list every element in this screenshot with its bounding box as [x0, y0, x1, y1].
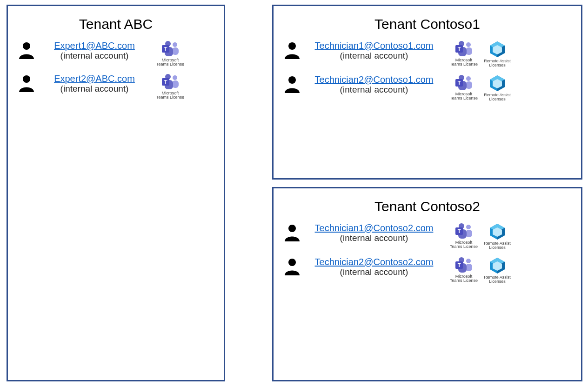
license-label: Microsoft Teams License	[449, 240, 478, 249]
remote-assist-license: Remote Assist Licenses	[483, 40, 512, 68]
svg-point-49	[466, 259, 471, 263]
tenant-abc-box: Tenant ABC Expert1@ABC.com (internal acc…	[7, 5, 225, 381]
svg-rect-10	[172, 80, 179, 88]
svg-point-0	[23, 42, 30, 50]
teams-icon: T	[454, 74, 473, 91]
user-account-type: (internal account)	[60, 84, 129, 94]
svg-rect-39	[466, 230, 472, 237]
teams-license: T Microsoft Teams License	[156, 40, 185, 67]
svg-point-25	[288, 76, 296, 84]
tenant-title: Tenant Contoso2	[282, 199, 573, 214]
teams-license: T Microsoft Teams License	[156, 73, 185, 100]
teams-license: T Microsoft Teams License	[449, 74, 478, 101]
user-row: Expert2@ABC.com (internal account) T	[16, 73, 215, 100]
person-icon	[282, 258, 302, 275]
user-account-type: (internal account)	[340, 233, 408, 243]
user-account-type: (internal account)	[340, 85, 408, 95]
person-icon	[282, 224, 302, 241]
user-email-link[interactable]: Technician1@Contoso2.com	[315, 223, 434, 234]
user-account-type: (internal account)	[340, 267, 408, 277]
teams-icon: T	[161, 73, 180, 90]
svg-point-27	[466, 76, 471, 81]
license-label: Microsoft Teams License	[449, 58, 478, 67]
svg-point-47	[288, 259, 296, 266]
svg-rect-50	[466, 264, 472, 271]
license-label: Remote Assist Licenses	[483, 275, 512, 284]
hexagon-icon	[488, 257, 507, 274]
svg-point-14	[288, 42, 296, 50]
user-account-type: (internal account)	[340, 51, 408, 61]
teams-license: T Microsoft Teams License	[449, 40, 478, 67]
user-email-link[interactable]: Expert1@ABC.com	[54, 40, 135, 51]
license-label: Remote Assist Licenses	[483, 241, 512, 250]
user-row: Technician2@Contoso1.com (internal accou…	[282, 74, 573, 102]
svg-text:T: T	[164, 46, 167, 52]
hexagon-icon	[488, 40, 507, 58]
user-email-link[interactable]: Technician1@Contoso1.com	[315, 40, 434, 51]
svg-rect-28	[466, 81, 472, 89]
svg-point-2	[173, 42, 177, 47]
svg-point-36	[288, 225, 296, 232]
tenant-contoso2-box: Tenant Contoso2 Technician1@Contoso2.com…	[272, 187, 582, 381]
license-label: Remote Assist Licenses	[483, 59, 512, 68]
person-icon	[282, 75, 302, 93]
remote-assist-license: Remote Assist Licenses	[483, 74, 512, 102]
teams-icon: T	[454, 257, 473, 274]
user-row: Technician1@Contoso1.com (internal accou…	[282, 40, 573, 68]
svg-point-16	[466, 42, 471, 47]
remote-assist-license: Remote Assist Licenses	[483, 223, 512, 250]
tenant-title: Tenant ABC	[16, 16, 215, 32]
user-row: Technician2@Contoso2.com (internal accou…	[282, 257, 573, 284]
svg-rect-17	[466, 47, 472, 55]
license-label: Microsoft Teams License	[156, 91, 185, 100]
svg-point-38	[466, 225, 471, 229]
teams-icon: T	[454, 223, 473, 240]
svg-point-9	[173, 75, 177, 80]
license-label: Microsoft Teams License	[449, 274, 478, 283]
user-account-type: (internal account)	[60, 51, 129, 61]
person-icon	[282, 41, 302, 59]
user-email-link[interactable]: Expert2@ABC.com	[54, 73, 135, 84]
teams-icon: T	[161, 40, 180, 57]
svg-text:T: T	[458, 46, 461, 52]
teams-icon: T	[454, 40, 473, 57]
person-icon	[16, 41, 37, 59]
license-label: Microsoft Teams License	[449, 92, 478, 101]
hexagon-icon	[488, 74, 507, 92]
svg-text:T: T	[458, 228, 461, 234]
person-icon	[16, 74, 37, 92]
svg-point-7	[23, 75, 30, 83]
user-row: Technician1@Contoso2.com (internal accou…	[282, 223, 573, 250]
user-email-link[interactable]: Technician2@Contoso1.com	[315, 74, 434, 85]
tenant-title: Tenant Contoso1	[282, 16, 573, 32]
license-label: Microsoft Teams License	[156, 58, 185, 67]
remote-assist-license: Remote Assist Licenses	[483, 257, 512, 284]
teams-license: T Microsoft Teams License	[449, 223, 478, 249]
teams-license: T Microsoft Teams License	[449, 257, 478, 283]
svg-rect-3	[172, 47, 179, 55]
user-email-link[interactable]: Technician2@Contoso2.com	[315, 257, 434, 267]
tenant-contoso1-box: Tenant Contoso1 Technician1@Contoso1.com…	[272, 5, 582, 180]
license-label: Remote Assist Licenses	[483, 93, 512, 102]
svg-text:T: T	[458, 262, 461, 268]
user-row: Expert1@ABC.com (internal account) T	[16, 40, 215, 67]
svg-text:T: T	[164, 79, 167, 85]
svg-text:T: T	[458, 80, 461, 86]
hexagon-icon	[488, 223, 507, 240]
